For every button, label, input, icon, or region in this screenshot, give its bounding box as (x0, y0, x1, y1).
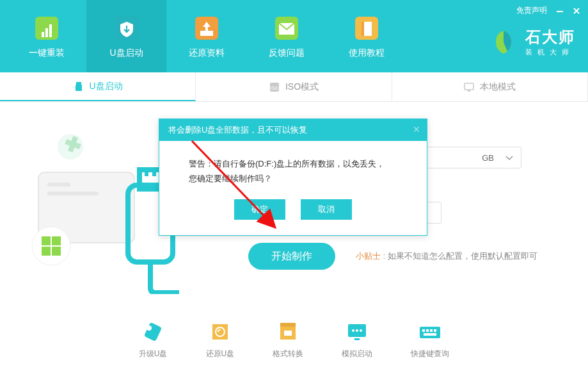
dropdown-text: GB (482, 153, 494, 163)
tool-restore-usb[interactable]: 还原U盘 (206, 322, 235, 359)
svg-rect-32 (144, 322, 162, 341)
start-make-button[interactable]: 开始制作 (248, 243, 335, 270)
disclaimer-link[interactable]: 免责声明 (516, 5, 547, 16)
app-header: 一键重装 U盘启动 还原资料 反馈问题 使用教程 免责声明 (0, 0, 588, 72)
close-button[interactable] (573, 7, 580, 15)
svg-rect-30 (145, 170, 148, 176)
svg-rect-11 (362, 22, 364, 36)
svg-text:ISO: ISO (271, 86, 279, 90)
usb-icon (73, 81, 84, 92)
nav-usb-boot[interactable]: U盘启动 (86, 0, 166, 72)
svg-rect-24 (42, 236, 51, 245)
nav-label: 还原资料 (189, 47, 225, 59)
usb-upgrade-icon (140, 322, 166, 342)
brand-sub: 装机大师 (525, 47, 575, 57)
subtab-iso[interactable]: ISO ISO模式 (196, 72, 392, 101)
brand-main: 石大师 (525, 27, 575, 47)
nav-one-key-reinstall[interactable]: 一键重装 (6, 0, 86, 72)
nav-tutorial[interactable]: 使用教程 (326, 0, 406, 72)
tool-label: 模拟启动 (342, 348, 372, 359)
nav-restore-data[interactable]: 还原资料 (166, 0, 246, 72)
keyboard-icon (417, 322, 443, 342)
svg-rect-6 (200, 31, 213, 36)
svg-point-23 (32, 227, 70, 265)
svg-rect-1 (42, 32, 44, 37)
svg-rect-14 (75, 85, 82, 91)
dialog-close-icon[interactable]: ✕ (413, 124, 420, 135)
svg-point-33 (147, 325, 152, 331)
svg-rect-26 (42, 247, 51, 256)
svg-rect-48 (434, 329, 436, 332)
monitor-icon (33, 14, 61, 42)
svg-rect-12 (557, 11, 563, 12)
header-right: 免责声明 (516, 5, 580, 16)
nav-label: 使用教程 (349, 47, 385, 59)
svg-rect-44 (420, 327, 440, 338)
format-convert-icon (275, 322, 301, 342)
dialog-ok-button[interactable]: 确定 (234, 199, 285, 220)
svg-rect-27 (52, 247, 61, 256)
svg-rect-25 (52, 236, 61, 245)
svg-rect-37 (280, 323, 296, 327)
subtab-label: 本地模式 (480, 81, 516, 93)
chevron-down-icon (505, 153, 513, 163)
brand-logo-icon (489, 28, 518, 56)
tool-format-convert[interactable]: 格式转换 (273, 322, 303, 359)
nav: 一键重装 U盘启动 还原资料 反馈问题 使用教程 (0, 0, 406, 72)
svg-point-43 (360, 329, 362, 332)
usb-restore-icon (207, 322, 233, 342)
svg-rect-47 (430, 329, 433, 332)
svg-rect-13 (76, 82, 81, 85)
svg-rect-18 (468, 90, 470, 92)
svg-rect-3 (49, 24, 52, 37)
subtab-label: ISO模式 (285, 81, 319, 93)
confirm-dialog: 将会删除U盘全部数据，且不可以恢复 ✕ 警告：请自行备份(D:F:)盘上的所有数… (159, 119, 427, 236)
tool-label: 快捷键查询 (411, 348, 449, 359)
upload-box-icon (193, 14, 221, 42)
tool-label: 格式转换 (273, 348, 303, 359)
dialog-line1: 警告：请自行备份(D:F:)盘上的所有数据，以免丢失， (189, 156, 409, 171)
nav-label: 一键重装 (29, 47, 65, 59)
dialog-cancel-button[interactable]: 取消 (301, 199, 352, 220)
book-icon (353, 14, 381, 42)
svg-rect-34 (212, 324, 228, 340)
sub-tabs: U盘启动 ISO ISO模式 本地模式 (0, 72, 588, 102)
svg-rect-45 (422, 329, 425, 332)
tip-label: 小贴士 : (356, 251, 385, 261)
svg-rect-31 (152, 170, 156, 176)
dialog-title: 将会删除U盘全部数据，且不可以恢复 (168, 124, 307, 136)
envelope-icon (273, 14, 301, 42)
svg-rect-38 (284, 331, 292, 336)
subtab-local[interactable]: 本地模式 (392, 72, 588, 101)
dialog-line2: 您确定要继续制作吗？ (189, 171, 409, 186)
brand-text: 石大师 装机大师 (525, 27, 575, 57)
nav-label: U盘启动 (109, 47, 143, 59)
svg-point-42 (356, 329, 358, 332)
tip-text: 如果不知道怎么配置，使用默认配置即可 (388, 251, 537, 261)
tool-simulate-boot[interactable]: 模拟启动 (342, 322, 372, 359)
dialog-actions: 确定 取消 (159, 199, 427, 235)
subtab-usb[interactable]: U盘启动 (0, 72, 196, 101)
subtab-label: U盘启动 (90, 81, 123, 92)
monitor-small-icon (463, 81, 475, 93)
svg-rect-49 (424, 333, 436, 336)
svg-rect-17 (465, 83, 473, 90)
simulate-icon (344, 322, 370, 342)
svg-rect-46 (426, 329, 429, 332)
dialog-header: 将会删除U盘全部数据，且不可以恢复 ✕ (159, 119, 427, 141)
tool-shortcut-lookup[interactable]: 快捷键查询 (411, 322, 449, 359)
tool-label: 升级U盘 (139, 348, 168, 359)
svg-point-41 (352, 329, 354, 332)
svg-rect-21 (47, 183, 70, 186)
dialog-body: 警告：请自行备份(D:F:)盘上的所有数据，以免丢失， 您确定要继续制作吗？ (159, 141, 427, 199)
tool-label: 还原U盘 (206, 348, 235, 359)
tools-row: 升级U盘 还原U盘 格式转换 模拟启动 快捷键查询 (0, 322, 588, 359)
minimize-button[interactable] (556, 7, 564, 15)
nav-label: 反馈问题 (269, 47, 305, 59)
tool-upgrade-usb[interactable]: 升级U盘 (139, 322, 168, 359)
nav-feedback[interactable]: 反馈问题 (246, 0, 326, 72)
usb-shield-icon (113, 14, 141, 42)
iso-icon: ISO (269, 81, 280, 93)
svg-rect-2 (45, 28, 48, 37)
tip-row: 小贴士 : 如果不知道怎么配置，使用默认配置即可 (356, 250, 537, 262)
